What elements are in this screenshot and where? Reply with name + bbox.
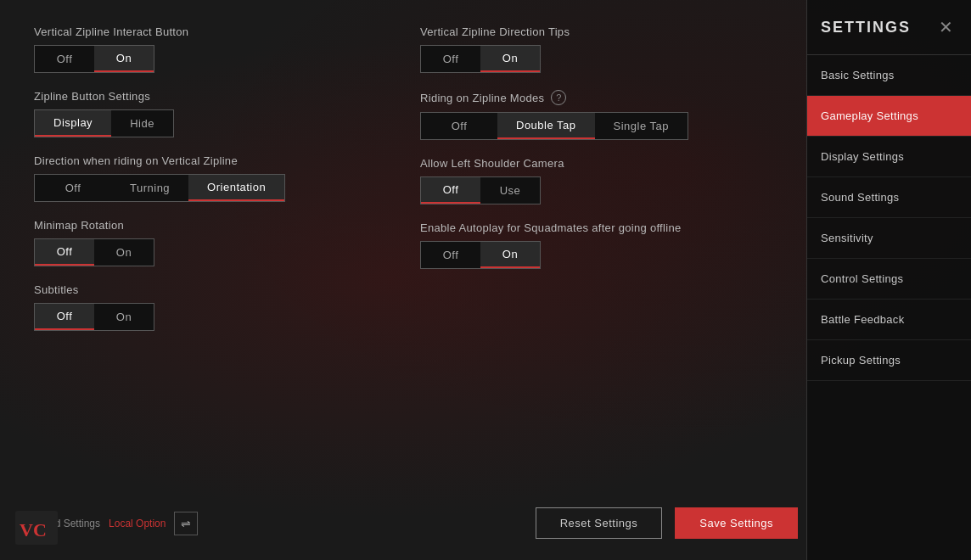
settings-sidebar: SETTINGS ✕ Basic Settings Gameplay Setti… [806, 0, 971, 560]
sidebar-header: SETTINGS ✕ [807, 0, 971, 55]
sidebar-item-sound[interactable]: Sound Settings [807, 177, 971, 218]
toggle-zipline-button: Display Hide [34, 109, 174, 137]
sidebar-item-basic[interactable]: Basic Settings [807, 55, 971, 96]
action-buttons: Reset Settings Save Settings [536, 507, 798, 539]
toggle-autoplay: Off On [420, 241, 541, 269]
toggle-orientation-direction[interactable]: Orientation [188, 175, 284, 201]
setting-subtitles: Subtitles Off On [34, 283, 386, 331]
toggle-off-vertical-zipline-interact[interactable]: Off [35, 46, 94, 72]
toggle-off-subtitles[interactable]: Off [35, 304, 94, 330]
save-button[interactable]: Save Settings [675, 507, 798, 539]
toggle-hide-zipline-button[interactable]: Hide [111, 110, 173, 137]
sidebar-item-sensitivity[interactable]: Sensitivity [807, 218, 971, 259]
toggle-off-riding[interactable]: Off [421, 113, 497, 139]
toggle-display-zipline-button[interactable]: Display [35, 110, 111, 137]
toggle-on-autoplay[interactable]: On [480, 242, 540, 268]
setting-minimap: Minimap Rotation Off On [34, 219, 386, 266]
sync-icon[interactable]: ⇌ [174, 512, 198, 535]
sidebar-item-battle[interactable]: Battle Feedback [807, 300, 971, 340]
logo: VC [15, 511, 58, 545]
help-icon-riding[interactable]: ? [551, 90, 566, 105]
setting-left-shoulder: Allow Left Shoulder Camera Off Use [420, 157, 772, 204]
main-content: Vertical Zipline Interact Button Off On … [0, 0, 806, 560]
label-subtitles: Subtitles [34, 283, 386, 296]
cloud-options: Cloud Settings Local Option ⇌ [34, 512, 198, 535]
toggle-off-autoplay[interactable]: Off [421, 242, 480, 268]
toggle-riding-modes: Off Double Tap Single Tap [420, 112, 688, 140]
bottom-bar: Cloud Settings Local Option ⇌ Reset Sett… [34, 507, 798, 539]
toggle-singletap-riding[interactable]: Single Tap [595, 113, 688, 139]
toggle-use-shoulder[interactable]: Use [480, 177, 540, 204]
reset-button[interactable]: Reset Settings [536, 507, 663, 539]
toggle-off-shoulder[interactable]: Off [421, 177, 480, 204]
label-riding-modes: Riding on Zipline Modes ? [420, 90, 772, 105]
toggle-vertical-zipline-interact: Off On [34, 45, 154, 73]
toggle-direction-vertical: Off Turning Orientation [34, 174, 285, 202]
setting-riding-modes: Riding on Zipline Modes ? Off Double Tap… [420, 90, 772, 140]
close-button[interactable]: ✕ [934, 15, 957, 39]
left-column: Vertical Zipline Interact Button Off On … [34, 25, 386, 348]
local-option-label: Local Option [109, 518, 166, 529]
label-zipline-button: Zipline Button Settings [34, 90, 386, 103]
right-column: Vertical Zipline Direction Tips Off On R… [420, 25, 772, 348]
toggle-direction-tips: Off On [420, 45, 541, 73]
toggle-off-direction[interactable]: Off [35, 175, 111, 201]
toggle-subtitles: Off On [34, 303, 154, 331]
toggle-on-minimap[interactable]: On [94, 239, 154, 266]
toggle-on-direction-tips[interactable]: On [480, 46, 540, 72]
toggle-minimap: Off On [34, 238, 154, 266]
label-direction-vertical: Direction when riding on Vertical Ziplin… [34, 154, 386, 167]
label-autoplay: Enable Autoplay for Squadmates after goi… [420, 221, 772, 234]
setting-direction-tips: Vertical Zipline Direction Tips Off On [420, 25, 772, 73]
toggle-off-minimap[interactable]: Off [35, 239, 94, 266]
sidebar-item-display[interactable]: Display Settings [807, 137, 971, 177]
toggle-off-direction-tips[interactable]: Off [421, 46, 480, 72]
svg-text:VC: VC [20, 519, 47, 540]
label-left-shoulder: Allow Left Shoulder Camera [420, 157, 772, 170]
setting-direction-vertical: Direction when riding on Vertical Ziplin… [34, 154, 386, 202]
setting-zipline-button: Zipline Button Settings Display Hide [34, 90, 386, 137]
toggle-on-vertical-zipline-interact[interactable]: On [94, 46, 154, 72]
sidebar-item-pickup[interactable]: Pickup Settings [807, 340, 971, 381]
sidebar-item-control[interactable]: Control Settings [807, 259, 971, 300]
sidebar-item-gameplay[interactable]: Gameplay Settings [807, 96, 971, 137]
label-direction-tips: Vertical Zipline Direction Tips [420, 25, 772, 38]
toggle-on-subtitles[interactable]: On [94, 304, 154, 330]
toggle-turning-direction[interactable]: Turning [111, 175, 188, 201]
setting-vertical-zipline-interact: Vertical Zipline Interact Button Off On [34, 25, 386, 73]
label-minimap: Minimap Rotation [34, 219, 386, 232]
sidebar-title: SETTINGS [821, 19, 911, 36]
settings-grid: Vertical Zipline Interact Button Off On … [34, 25, 772, 348]
setting-autoplay: Enable Autoplay for Squadmates after goi… [420, 221, 772, 269]
toggle-left-shoulder: Off Use [420, 176, 541, 204]
toggle-doubletap-riding[interactable]: Double Tap [497, 113, 595, 139]
label-vertical-zipline-interact: Vertical Zipline Interact Button [34, 25, 386, 38]
